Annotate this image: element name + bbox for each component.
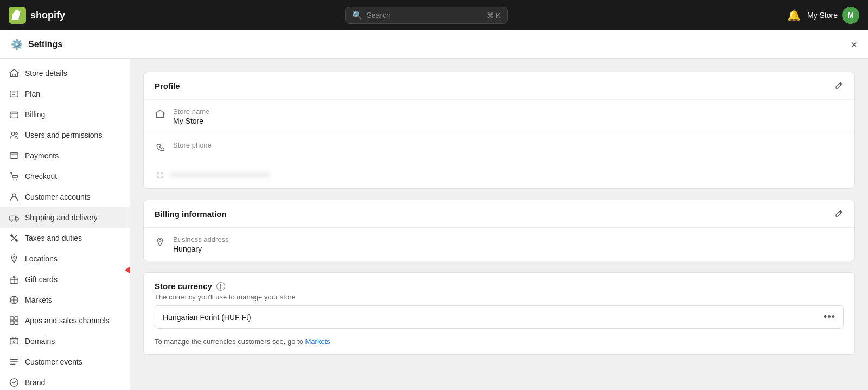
markets-icon	[9, 295, 20, 305]
svg-point-7	[13, 179, 14, 180]
business-address-value: Hungary	[173, 245, 844, 253]
main-content: Profile Store name My Store	[130, 59, 868, 390]
store-currency-subtitle: The currency you'll use to manage your s…	[155, 293, 844, 301]
shopify-logo: shopify	[9, 7, 65, 24]
sidebar-item-label-plan: Plan	[25, 89, 40, 98]
billing-icon	[9, 109, 20, 120]
store-name-value: My Store	[173, 117, 844, 125]
sidebar-item-markets[interactable]: Markets	[0, 290, 130, 310]
svg-point-26	[159, 240, 161, 242]
svg-rect-20	[10, 321, 14, 324]
sidebar-item-store-details[interactable]: Store details	[0, 63, 130, 84]
store-currency-title-row: Store currency i	[155, 282, 844, 291]
sidebar-item-label-taxes: Taxes and duties	[25, 234, 82, 242]
store-phone-row: Store phone	[144, 133, 854, 161]
store-menu-button[interactable]: My Store M	[807, 7, 859, 24]
sidebar-item-label-customer-accounts: Customer accounts	[25, 193, 91, 201]
sidebar-item-label-customer-events: Customer events	[25, 357, 82, 366]
sidebar-item-gift-cards[interactable]: Gift cards	[0, 269, 130, 290]
profile-card: Profile Store name My Store	[143, 72, 855, 189]
svg-point-11	[11, 220, 12, 222]
currency-more-options-icon[interactable]: •••	[824, 311, 835, 323]
profile-card-header: Profile	[144, 72, 854, 100]
svg-rect-19	[15, 317, 18, 320]
svg-point-6	[16, 133, 18, 135]
svg-point-25	[157, 172, 163, 178]
svg-rect-2	[10, 91, 18, 97]
email-blurred-row: ••••••••••••••••••••••••••••	[144, 161, 854, 188]
business-address-content: Business address Hungary	[173, 235, 844, 253]
sidebar-item-checkout[interactable]: Checkout	[0, 166, 130, 187]
store-currency-title: Store currency	[155, 282, 212, 291]
close-dialog-button[interactable]: ×	[851, 39, 857, 50]
dialog-title-area: ⚙️ Settings	[11, 39, 62, 50]
sidebar-item-customer-events[interactable]: Customer events	[0, 351, 130, 372]
sidebar-item-plan[interactable]: Plan	[0, 84, 130, 104]
store-currency-card-header: Store currency i The currency you'll use…	[144, 273, 854, 305]
sidebar-item-label-store-details: Store details	[25, 69, 67, 78]
store-name-row: Store name My Store	[144, 100, 854, 133]
phone-row-icon	[155, 142, 165, 153]
sidebar-item-domains[interactable]: Domains	[0, 331, 130, 351]
sidebar-item-label-users: Users and permissions	[25, 131, 102, 139]
plan-icon	[9, 88, 20, 99]
shopify-wordmark: shopify	[30, 10, 65, 21]
billing-info-edit-button[interactable]	[834, 209, 844, 219]
profile-edit-button[interactable]	[834, 81, 844, 91]
topbar-left: shopify	[9, 7, 65, 24]
brand-icon	[9, 377, 20, 388]
billing-info-card: Billing information Business address Hun…	[143, 200, 855, 261]
sidebar-item-billing[interactable]: Billing	[0, 104, 130, 125]
currency-selector[interactable]: Hungarian Forint (HUF Ft) •••	[155, 305, 844, 329]
address-row-icon	[155, 236, 165, 247]
store-currency-info-icon[interactable]: i	[216, 282, 225, 291]
main-area: ⚙️ Settings × Store details	[0, 30, 868, 390]
domains-icon	[9, 336, 20, 347]
sidebar: Store details Plan Billing	[0, 59, 130, 390]
users-icon	[9, 130, 20, 140]
customer-accounts-icon	[9, 191, 20, 202]
sidebar-item-apps-sales-channels[interactable]: Apps and sales channels	[0, 310, 130, 331]
settings-dialog: ⚙️ Settings × Store details	[0, 30, 868, 390]
svg-rect-21	[15, 321, 18, 324]
arrow-indicator	[125, 263, 130, 280]
checkout-icon	[9, 171, 20, 182]
svg-rect-18	[10, 317, 14, 320]
sidebar-item-label-shipping: Shipping and delivery	[25, 213, 98, 222]
sidebar-item-locations[interactable]: Locations	[0, 248, 130, 269]
email-blurred-content: ••••••••••••••••••••••••••••	[171, 171, 270, 179]
sidebar-item-brand[interactable]: Brand	[0, 372, 130, 390]
sidebar-item-shipping-delivery[interactable]: Shipping and delivery	[0, 207, 130, 228]
search-icon: 🔍	[352, 10, 362, 20]
locations-icon	[9, 253, 20, 264]
svg-point-15	[13, 257, 15, 259]
store-name-label: Store name	[173, 107, 844, 116]
dialog-header: ⚙️ Settings ×	[0, 30, 868, 59]
sidebar-item-taxes-duties[interactable]: Taxes and duties	[0, 228, 130, 248]
topbar-right: 🔔 My Store M	[787, 7, 859, 24]
billing-info-card-title: Billing information	[155, 209, 227, 219]
sidebar-item-customer-accounts[interactable]: Customer accounts	[0, 187, 130, 207]
sidebar-item-label-locations: Locations	[25, 254, 58, 263]
svg-rect-3	[10, 112, 18, 118]
search-bar[interactable]: 🔍 Search ⌘ K	[345, 7, 508, 24]
customer-events-icon	[9, 356, 20, 367]
apps-icon	[9, 315, 20, 326]
sidebar-item-label-gift-cards: Gift cards	[25, 275, 58, 284]
business-address-row: Business address Hungary	[144, 228, 854, 261]
currency-footer-text: To manage the currencies customers see, …	[155, 337, 303, 346]
sidebar-item-users-permissions[interactable]: Users and permissions	[0, 125, 130, 145]
markets-link[interactable]: Markets	[305, 337, 330, 346]
dialog-body: Store details Plan Billing	[0, 59, 868, 390]
sidebar-item-payments[interactable]: Payments	[0, 145, 130, 166]
notifications-bell-button[interactable]: 🔔	[787, 9, 801, 22]
profile-card-title: Profile	[155, 81, 180, 91]
svg-point-12	[16, 220, 17, 222]
sidebar-item-label-domains: Domains	[25, 337, 55, 346]
sidebar-item-label-markets: Markets	[25, 296, 52, 304]
sidebar-item-label-billing: Billing	[25, 110, 45, 119]
shopify-bag-icon	[9, 7, 26, 24]
store-icon	[9, 68, 20, 79]
sidebar-item-label-brand: Brand	[25, 378, 45, 387]
svg-point-23	[13, 341, 15, 343]
